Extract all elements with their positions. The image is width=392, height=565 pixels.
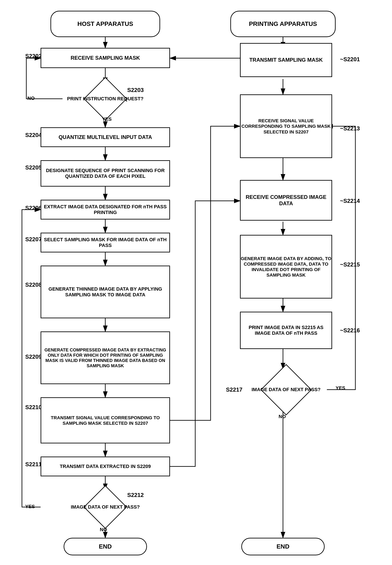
step-s2202: RECEIVE SAMPLING MASK — [41, 48, 170, 68]
step-label-s2213: ~S2213 — [340, 125, 360, 132]
end-right: END — [241, 538, 325, 555]
step-s2204: QUANTIZE MULTILEVEL INPUT DATA — [41, 127, 170, 147]
step-s2213: RECEIVE SIGNAL VALUE CORRESPONDING TO SA… — [240, 94, 332, 158]
printing-apparatus-header: PRINTING APPARATUS — [230, 11, 336, 37]
step-s2210: TRANSMIT SIGNAL VALUE CORRESPONDING TO S… — [41, 397, 170, 443]
end-left: END — [64, 538, 147, 555]
step-s2201: TRANSMIT SAMPLING MASK — [240, 43, 332, 77]
step-s2214: RECEIVE COMPRESSED IMAGE DATA — [240, 180, 332, 221]
step-label-s2216: ~S2216 — [340, 327, 360, 334]
step-s2209: GENERATE COMPRESSED IMAGE DATA BY EXTRAC… — [41, 332, 170, 384]
step-s2216: PRINT IMAGE DATA IN S2215 AS IMAGE DATA … — [240, 312, 332, 349]
step-s2215: GENERATE IMAGE DATA BY ADDING, TO COMPRE… — [240, 235, 332, 299]
step-s2211: TRANSMIT DATA EXTRACTED IN S2209 — [41, 457, 170, 476]
step-s2207: SELECT SAMPLING MASK FOR IMAGE DATA OF n… — [41, 233, 170, 252]
step-s2217: IMAGE DATA OF NEXT PASS? — [240, 369, 332, 410]
step-label-s2201: ~S2201 — [340, 56, 360, 63]
step-label-s2214: ~S2214 — [340, 198, 360, 204]
host-apparatus-header: HOST APPARATUS — [50, 11, 160, 37]
step-s2203: PRINT INSTRUCTION REQUEST? — [41, 81, 170, 116]
step-s2206: EXTRACT IMAGE DATA DESIGNATED FOR nTH PA… — [41, 200, 170, 219]
s2203-yes-label: YES — [102, 116, 112, 122]
diagram-container: HOST APPARATUS S2202~ RECEIVE SAMPLING M… — [0, 0, 392, 565]
s2217-yes-label: YES — [336, 385, 345, 391]
step-label-s2215: ~S2215 — [340, 261, 360, 268]
s2212-yes-label: YES — [25, 504, 35, 509]
step-s2212: IMAGE DATA OF NEXT PASS? — [41, 490, 170, 525]
step-s2208: GENERATE THINNED IMAGE DATA BY APPLYING … — [41, 266, 170, 318]
step-s2205: DESIGNATE SEQUENCE OF PRINT SCANNING FOR… — [41, 160, 170, 187]
s2203-no-label: NO — [28, 96, 35, 101]
s2212-no-label: NO — [100, 527, 107, 533]
s2217-no-label: NO — [279, 414, 286, 420]
